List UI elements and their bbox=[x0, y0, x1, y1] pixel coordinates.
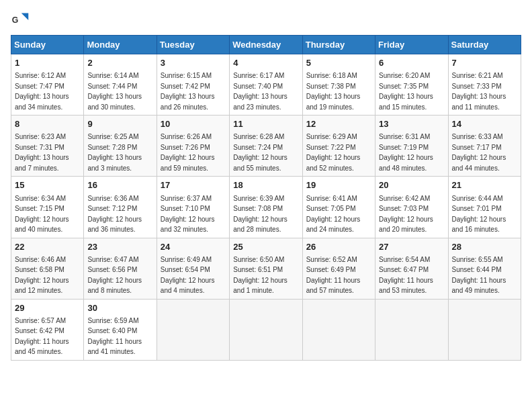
calendar-cell: 25 Sunrise: 6:50 AMSunset: 6:51 PMDaylig… bbox=[230, 238, 302, 299]
day-info: Sunrise: 6:52 AMSunset: 6:49 PMDaylight:… bbox=[306, 256, 361, 295]
day-info: Sunrise: 6:59 AMSunset: 6:40 PMDaylight:… bbox=[87, 317, 142, 356]
calendar-cell: 13 Sunrise: 6:31 AMSunset: 7:19 PMDaylig… bbox=[375, 116, 448, 177]
page-header: G bbox=[11, 11, 521, 30]
header-saturday: Saturday bbox=[448, 36, 521, 54]
calendar-week-4: 22 Sunrise: 6:46 AMSunset: 6:58 PMDaylig… bbox=[11, 238, 521, 299]
day-info: Sunrise: 6:46 AMSunset: 6:58 PMDaylight:… bbox=[15, 256, 69, 295]
calendar-cell bbox=[157, 299, 229, 360]
day-info: Sunrise: 6:44 AMSunset: 7:01 PMDaylight:… bbox=[452, 195, 506, 234]
day-number: 27 bbox=[379, 241, 444, 253]
calendar-cell: 14 Sunrise: 6:33 AMSunset: 7:17 PMDaylig… bbox=[448, 116, 521, 177]
calendar-cell: 26 Sunrise: 6:52 AMSunset: 6:49 PMDaylig… bbox=[302, 238, 375, 299]
day-number: 16 bbox=[87, 179, 152, 191]
day-number: 21 bbox=[452, 179, 517, 191]
day-number: 5 bbox=[306, 57, 371, 69]
day-info: Sunrise: 6:26 AMSunset: 7:26 PMDaylight:… bbox=[161, 133, 215, 172]
calendar-cell: 24 Sunrise: 6:49 AMSunset: 6:54 PMDaylig… bbox=[157, 238, 229, 299]
calendar-cell: 4 Sunrise: 6:17 AMSunset: 7:40 PMDayligh… bbox=[230, 54, 302, 116]
calendar-header-row: SundayMondayTuesdayWednesdayThursdayFrid… bbox=[11, 36, 521, 54]
calendar-cell: 27 Sunrise: 6:54 AMSunset: 6:47 PMDaylig… bbox=[375, 238, 448, 299]
calendar-cell: 10 Sunrise: 6:26 AMSunset: 7:26 PMDaylig… bbox=[157, 116, 229, 177]
day-info: Sunrise: 6:47 AMSunset: 6:56 PMDaylight:… bbox=[87, 256, 142, 295]
day-number: 7 bbox=[452, 57, 517, 69]
logo: G bbox=[11, 11, 32, 30]
calendar-cell: 17 Sunrise: 6:37 AMSunset: 7:10 PMDaylig… bbox=[157, 177, 229, 238]
day-number: 17 bbox=[161, 179, 226, 191]
day-info: Sunrise: 6:25 AMSunset: 7:28 PMDaylight:… bbox=[87, 133, 142, 172]
calendar-cell: 29 Sunrise: 6:57 AMSunset: 6:42 PMDaylig… bbox=[11, 299, 84, 360]
calendar-cell: 9 Sunrise: 6:25 AMSunset: 7:28 PMDayligh… bbox=[84, 116, 157, 177]
calendar-cell bbox=[448, 299, 521, 360]
day-info: Sunrise: 6:57 AMSunset: 6:42 PMDaylight:… bbox=[15, 317, 69, 356]
calendar-cell: 23 Sunrise: 6:47 AMSunset: 6:56 PMDaylig… bbox=[84, 238, 157, 299]
day-info: Sunrise: 6:34 AMSunset: 7:15 PMDaylight:… bbox=[15, 195, 69, 234]
calendar-cell: 7 Sunrise: 6:21 AMSunset: 7:33 PMDayligh… bbox=[448, 54, 521, 116]
logo-icon: G bbox=[11, 11, 30, 30]
day-number: 8 bbox=[15, 118, 80, 130]
day-info: Sunrise: 6:14 AMSunset: 7:44 PMDaylight:… bbox=[87, 72, 142, 111]
day-info: Sunrise: 6:41 AMSunset: 7:05 PMDaylight:… bbox=[306, 195, 361, 234]
day-info: Sunrise: 6:21 AMSunset: 7:33 PMDaylight:… bbox=[452, 72, 506, 111]
calendar-cell bbox=[302, 299, 375, 360]
day-number: 1 bbox=[15, 57, 80, 69]
day-number: 20 bbox=[379, 179, 444, 191]
calendar-cell: 15 Sunrise: 6:34 AMSunset: 7:15 PMDaylig… bbox=[11, 177, 84, 238]
calendar-cell bbox=[230, 299, 302, 360]
calendar-week-5: 29 Sunrise: 6:57 AMSunset: 6:42 PMDaylig… bbox=[11, 299, 521, 360]
day-number: 15 bbox=[15, 179, 80, 191]
day-number: 14 bbox=[452, 118, 517, 130]
header-wednesday: Wednesday bbox=[230, 36, 302, 54]
day-number: 29 bbox=[15, 302, 80, 314]
calendar-cell: 20 Sunrise: 6:42 AMSunset: 7:03 PMDaylig… bbox=[375, 177, 448, 238]
svg-text:G: G bbox=[12, 15, 19, 25]
header-friday: Friday bbox=[375, 36, 448, 54]
calendar-cell: 30 Sunrise: 6:59 AMSunset: 6:40 PMDaylig… bbox=[84, 299, 157, 360]
day-info: Sunrise: 6:37 AMSunset: 7:10 PMDaylight:… bbox=[161, 195, 215, 234]
calendar-table: SundayMondayTuesdayWednesdayThursdayFrid… bbox=[11, 35, 521, 361]
header-monday: Monday bbox=[84, 36, 157, 54]
day-number: 18 bbox=[233, 179, 298, 191]
day-info: Sunrise: 6:31 AMSunset: 7:19 PMDaylight:… bbox=[379, 133, 433, 172]
day-number: 4 bbox=[233, 57, 298, 69]
calendar-cell: 22 Sunrise: 6:46 AMSunset: 6:58 PMDaylig… bbox=[11, 238, 84, 299]
day-info: Sunrise: 6:20 AMSunset: 7:35 PMDaylight:… bbox=[379, 72, 433, 111]
day-number: 11 bbox=[233, 118, 298, 130]
calendar-cell: 1 Sunrise: 6:12 AMSunset: 7:47 PMDayligh… bbox=[11, 54, 84, 116]
day-number: 9 bbox=[87, 118, 152, 130]
day-number: 6 bbox=[379, 57, 444, 69]
day-info: Sunrise: 6:39 AMSunset: 7:08 PMDaylight:… bbox=[233, 195, 287, 234]
day-number: 19 bbox=[306, 179, 371, 191]
calendar-cell: 2 Sunrise: 6:14 AMSunset: 7:44 PMDayligh… bbox=[84, 54, 157, 116]
calendar-cell: 5 Sunrise: 6:18 AMSunset: 7:38 PMDayligh… bbox=[302, 54, 375, 116]
day-info: Sunrise: 6:33 AMSunset: 7:17 PMDaylight:… bbox=[452, 133, 506, 172]
calendar-week-1: 1 Sunrise: 6:12 AMSunset: 7:47 PMDayligh… bbox=[11, 54, 521, 116]
day-number: 28 bbox=[452, 241, 517, 253]
calendar-cell: 21 Sunrise: 6:44 AMSunset: 7:01 PMDaylig… bbox=[448, 177, 521, 238]
day-info: Sunrise: 6:54 AMSunset: 6:47 PMDaylight:… bbox=[379, 256, 433, 295]
calendar-cell: 11 Sunrise: 6:28 AMSunset: 7:24 PMDaylig… bbox=[230, 116, 302, 177]
day-number: 22 bbox=[15, 241, 80, 253]
calendar-cell: 6 Sunrise: 6:20 AMSunset: 7:35 PMDayligh… bbox=[375, 54, 448, 116]
header-sunday: Sunday bbox=[11, 36, 84, 54]
day-info: Sunrise: 6:42 AMSunset: 7:03 PMDaylight:… bbox=[379, 195, 433, 234]
day-number: 23 bbox=[87, 241, 152, 253]
calendar-cell bbox=[375, 299, 448, 360]
calendar-week-3: 15 Sunrise: 6:34 AMSunset: 7:15 PMDaylig… bbox=[11, 177, 521, 238]
calendar-cell: 8 Sunrise: 6:23 AMSunset: 7:31 PMDayligh… bbox=[11, 116, 84, 177]
day-number: 10 bbox=[161, 118, 226, 130]
day-number: 13 bbox=[379, 118, 444, 130]
day-number: 3 bbox=[161, 57, 226, 69]
day-info: Sunrise: 6:23 AMSunset: 7:31 PMDaylight:… bbox=[15, 133, 69, 172]
calendar-week-2: 8 Sunrise: 6:23 AMSunset: 7:31 PMDayligh… bbox=[11, 116, 521, 177]
day-number: 24 bbox=[161, 241, 226, 253]
day-info: Sunrise: 6:49 AMSunset: 6:54 PMDaylight:… bbox=[161, 256, 215, 295]
day-info: Sunrise: 6:18 AMSunset: 7:38 PMDaylight:… bbox=[306, 72, 361, 111]
day-info: Sunrise: 6:36 AMSunset: 7:12 PMDaylight:… bbox=[87, 195, 142, 234]
day-info: Sunrise: 6:50 AMSunset: 6:51 PMDaylight:… bbox=[233, 256, 287, 295]
calendar-cell: 18 Sunrise: 6:39 AMSunset: 7:08 PMDaylig… bbox=[230, 177, 302, 238]
day-info: Sunrise: 6:17 AMSunset: 7:40 PMDaylight:… bbox=[233, 72, 287, 111]
svg-marker-1 bbox=[21, 13, 29, 21]
calendar-cell: 28 Sunrise: 6:55 AMSunset: 6:44 PMDaylig… bbox=[448, 238, 521, 299]
day-number: 30 bbox=[87, 302, 152, 314]
day-number: 2 bbox=[87, 57, 152, 69]
